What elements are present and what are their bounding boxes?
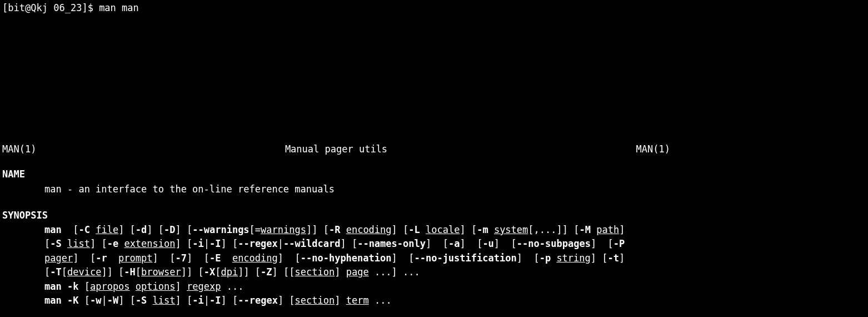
synopsis-line-1: man [-C file] [-d] [-D] [--warnings[=war… <box>44 223 672 237</box>
name-description: man - an interface to the on-line refere… <box>0 182 868 197</box>
prompt-symbol: $ <box>88 2 93 13</box>
section-synopsis-heading: SYNOPSIS <box>0 209 868 223</box>
synopsis-line-5: man -k [apropos options] regexp ... <box>44 280 672 294</box>
prompt-host: Qkj <box>31 2 48 13</box>
shell-prompt-line[interactable]: [bit@Qkj 06_23]$ man man <box>0 1 868 16</box>
prompt-at: @ <box>25 2 31 13</box>
synopsis-line-6: man -K [-w|-W] [-S list] [-i|-I] [--rege… <box>44 294 672 308</box>
typed-command: man man <box>99 2 139 13</box>
prompt-cwd: 06_23 <box>53 2 82 13</box>
prompt-close-bracket: ] <box>82 2 87 13</box>
manpage-header: MAN(1) Manual pager utils MAN(1) <box>0 142 672 157</box>
header-right: MAN(1) <box>636 142 670 157</box>
synopsis-line-4: [-T[device]] [-H[browser]] [-X[dpi]] [-Z… <box>44 265 672 280</box>
synopsis-block[interactable]: man [-C file] [-d] [-D] [--warnings[=war… <box>0 223 672 308</box>
synopsis-line-3: pager] [-r prompt] [-7] [-E encoding] [-… <box>44 251 672 266</box>
header-center: Manual pager utils <box>285 142 387 157</box>
header-left: MAN(1) <box>2 142 36 157</box>
prompt-open-bracket: [ <box>2 2 8 13</box>
section-name-heading: NAME <box>0 167 868 182</box>
synopsis-line-2: [-S list] [-e extension] [-i|-I] [--rege… <box>44 237 672 251</box>
prompt-user: bit <box>8 2 25 13</box>
blank-area <box>0 16 868 142</box>
